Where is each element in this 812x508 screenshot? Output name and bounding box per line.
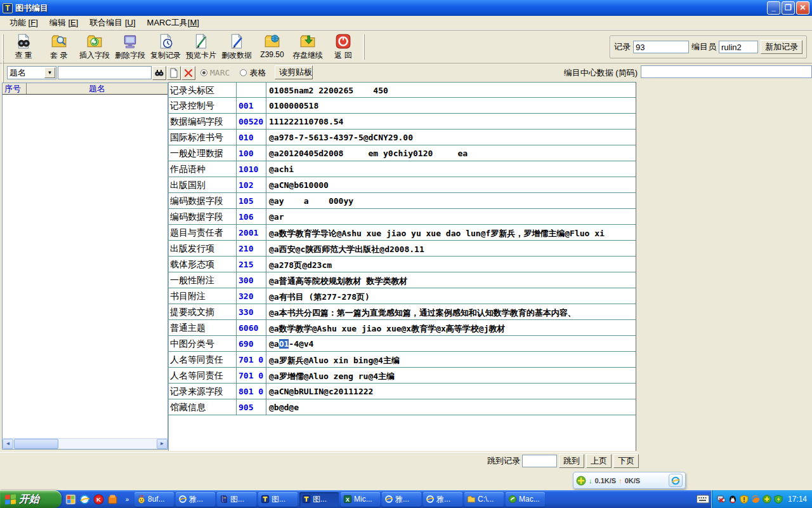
marc-field-value[interactable]: @a西安@c陕西师范大学出版社@d2008.11 bbox=[266, 241, 636, 256]
qq-icon[interactable] bbox=[728, 495, 737, 504]
radio-marc[interactable] bbox=[200, 69, 207, 76]
toolbar-button-查重[interactable]: 查 重 bbox=[6, 31, 41, 62]
marc-row-106[interactable]: 编码数据字段106@ar bbox=[169, 209, 636, 225]
task-button-2[interactable]: 图... bbox=[217, 492, 256, 507]
scroll-right-arrow-icon[interactable]: ► bbox=[157, 439, 167, 449]
marc-field-value[interactable]: @ay a 000yy bbox=[266, 193, 636, 208]
new-record-button[interactable]: 新加记录 bbox=[761, 40, 802, 54]
green-shield-icon[interactable] bbox=[774, 495, 783, 504]
marc-field-value[interactable]: @a数学教育学导论@Ashu xue jiao yu xue dao lun@f… bbox=[266, 225, 636, 240]
column-header-seq[interactable]: 序号 bbox=[3, 83, 27, 94]
scrollbar-track[interactable] bbox=[58, 439, 157, 449]
overflow-chevron-icon[interactable]: » bbox=[122, 494, 133, 505]
marc-row-215[interactable]: 载体形态项215@a278页@d23cm bbox=[169, 257, 636, 272]
network-error-icon[interactable] bbox=[717, 495, 726, 504]
toolbar-button-删除字段[interactable]: 删除字段 bbox=[112, 31, 148, 62]
toolbar-button-预览卡片[interactable]: 预览卡片 bbox=[183, 31, 219, 62]
task-button-5[interactable]: XMic... bbox=[341, 492, 380, 507]
marc-row-001[interactable]: 记录控制号0010100000518 bbox=[169, 98, 636, 114]
ie-launcher-button[interactable] bbox=[669, 474, 683, 487]
clear-button[interactable] bbox=[181, 66, 195, 80]
task-button-8[interactable]: C:\... bbox=[464, 492, 504, 507]
search-input[interactable] bbox=[58, 66, 152, 79]
jump-button[interactable]: 跳到 bbox=[559, 454, 584, 468]
show-desktop-icon[interactable] bbox=[65, 494, 76, 505]
kugou-icon[interactable]: K bbox=[93, 494, 104, 505]
shield-alert-icon[interactable] bbox=[740, 495, 749, 504]
record-number-input[interactable] bbox=[633, 41, 689, 53]
marc-row-701-0[interactable]: 人名等同责任701 0@a罗增儒@Aluo zeng ru@4主编 bbox=[169, 368, 636, 384]
toolbar-button-删改数据[interactable]: 删改数据 bbox=[219, 31, 254, 62]
marc-row-210[interactable]: 出版发行项210@a西安@c陕西师范大学出版社@d2008.11 bbox=[169, 241, 636, 257]
language-keyboard-icon[interactable] bbox=[695, 495, 711, 504]
orange-app-icon[interactable] bbox=[107, 494, 118, 505]
result-list-body[interactable] bbox=[3, 95, 167, 427]
toolbar-button-存盘继续[interactable]: 存盘继续 bbox=[290, 31, 325, 62]
marc-field-value[interactable]: @a有书目 (第277-278页) bbox=[266, 288, 636, 304]
ie-shortcut-icon[interactable] bbox=[79, 494, 90, 505]
task-button-9[interactable]: Mac... bbox=[506, 492, 545, 507]
marc-field-value[interactable]: @a20120405d2008 em y0chiy0120 ea bbox=[266, 145, 636, 161]
network-speed-widget[interactable]: ↓ 0.1K/S ↑ 0K/S bbox=[573, 472, 686, 489]
restore-button[interactable]: ❐ bbox=[782, 1, 795, 15]
marc-field-value[interactable]: @a本书共分四篇：第一篇为直觉感知篇，通过案例感知和认知数学教育的基本内容、 bbox=[266, 304, 636, 319]
marc-row-6060[interactable]: 普通主题6060@a数学教学@Ashu xue jiao xue@x教育学@x高… bbox=[169, 320, 636, 336]
marc-field-value[interactable]: @a罗新兵@Aluo xin bing@4主编 bbox=[266, 352, 636, 367]
marc-field-value[interactable]: 111222110708.54 bbox=[266, 114, 636, 129]
chevron-down-icon[interactable]: ▼ bbox=[44, 67, 55, 78]
minimize-button[interactable]: _ bbox=[767, 1, 780, 15]
marc-row-1010[interactable]: 作品语种1010@achi bbox=[169, 161, 636, 177]
marc-field-value[interactable]: @aCN@b610000 bbox=[266, 177, 636, 192]
marc-field-value[interactable]: @a罗增儒@Aluo zeng ru@4主编 bbox=[266, 368, 636, 383]
read-clipboard-button[interactable]: 读剪贴板 bbox=[275, 65, 313, 79]
prev-page-button[interactable]: 上页 bbox=[586, 454, 612, 468]
marc-row-00520[interactable]: 数据编码字段00520111222110708.54 bbox=[169, 114, 636, 130]
toolbar-button-套录[interactable]: 套 录 bbox=[41, 31, 77, 62]
marc-row-701-0[interactable]: 人名等同责任701 0@a罗新兵@Aluo xin bing@4主编 bbox=[169, 352, 636, 368]
task-button-3[interactable]: 图... bbox=[258, 492, 298, 507]
marc-field-value[interactable]: 0100000518 bbox=[266, 98, 636, 113]
center-data-input[interactable] bbox=[641, 65, 812, 78]
column-header-title[interactable]: 题名 bbox=[27, 83, 167, 94]
marc-row-leader[interactable]: 记录头标区01085nam2 2200265 450 bbox=[169, 82, 636, 98]
search-field-select[interactable]: 题名 ▼ bbox=[7, 66, 56, 79]
scrollbar-thumb[interactable] bbox=[14, 439, 58, 449]
next-page-button[interactable]: 下页 bbox=[613, 454, 639, 468]
task-button-4[interactable]: 图... bbox=[299, 492, 339, 507]
toolbar-button-返回[interactable]: 返 回 bbox=[325, 31, 361, 62]
marc-field-value[interactable]: @b@d@e bbox=[266, 399, 636, 415]
marc-field-value[interactable]: @aCN@bRULIN@c20111222 bbox=[266, 384, 636, 399]
task-button-6[interactable]: 雅... bbox=[382, 492, 421, 507]
horizontal-scrollbar[interactable]: ◄ ► bbox=[3, 438, 167, 449]
menu-item-E[interactable]: 编辑 [E] bbox=[44, 16, 84, 30]
jump-record-input[interactable] bbox=[522, 455, 557, 467]
toolbar-button-复制记录[interactable]: 复制记录 bbox=[148, 31, 183, 62]
marc-row-801-0[interactable]: 记录来源字段801 0@aCN@bRULIN@c20111222 bbox=[169, 384, 636, 399]
marc-field-value[interactable]: @aO1-4@v4 bbox=[266, 336, 636, 351]
marc-row-010[interactable]: 国际标准书号010@a978-7-5613-4397-5@dCNY29.00 bbox=[169, 130, 636, 145]
marc-field-value[interactable]: @a普通高等院校规划教材 数学类教材 bbox=[266, 272, 636, 288]
toolbar-button-插入字段[interactable]: 插入字段 bbox=[77, 31, 112, 62]
marc-row-2001[interactable]: 题目与责任者2001@a数学教育学导论@Ashu xue jiao yu xue… bbox=[169, 225, 636, 241]
marc-field-value[interactable]: @a278页@d23cm bbox=[266, 257, 636, 272]
marc-row-690[interactable]: 中图分类号690@aO1-4@v4 bbox=[169, 336, 636, 352]
menu-item-M[interactable]: MARC工具[M] bbox=[141, 16, 205, 30]
marc-field-value[interactable]: @ar bbox=[266, 209, 636, 224]
menu-item-F[interactable]: 功能 [F] bbox=[4, 16, 44, 30]
new-document-button[interactable] bbox=[167, 66, 181, 80]
find-binoculars-button[interactable] bbox=[152, 66, 166, 80]
marc-row-320[interactable]: 书目附注320@a有书目 (第277-278页) bbox=[169, 288, 636, 304]
close-button[interactable]: ✕ bbox=[796, 1, 809, 15]
globe-swirl-icon[interactable] bbox=[751, 495, 760, 504]
task-button-0[interactable]: FTP8uf... bbox=[134, 492, 174, 507]
marc-row-300[interactable]: 一般性附注300@a普通高等院校规划教材 数学类教材 bbox=[169, 272, 636, 288]
task-button-7[interactable]: 雅... bbox=[423, 492, 462, 507]
task-button-1[interactable]: 雅... bbox=[176, 492, 215, 507]
scroll-left-arrow-icon[interactable]: ◄ bbox=[3, 439, 13, 449]
toolbar-button-Z39.50[interactable]: Z39.50 bbox=[254, 31, 290, 62]
marc-field-value[interactable]: @a978-7-5613-4397-5@dCNY29.00 bbox=[266, 130, 636, 145]
green-plus-icon[interactable] bbox=[763, 495, 771, 504]
radio-table[interactable] bbox=[240, 69, 247, 76]
marc-row-905[interactable]: 馆藏信息905@b@d@e bbox=[169, 399, 636, 415]
marc-row-330[interactable]: 提要或文摘330@a本书共分四篇：第一篇为直觉感知篇，通过案例感知和认知数学教育… bbox=[169, 304, 636, 320]
